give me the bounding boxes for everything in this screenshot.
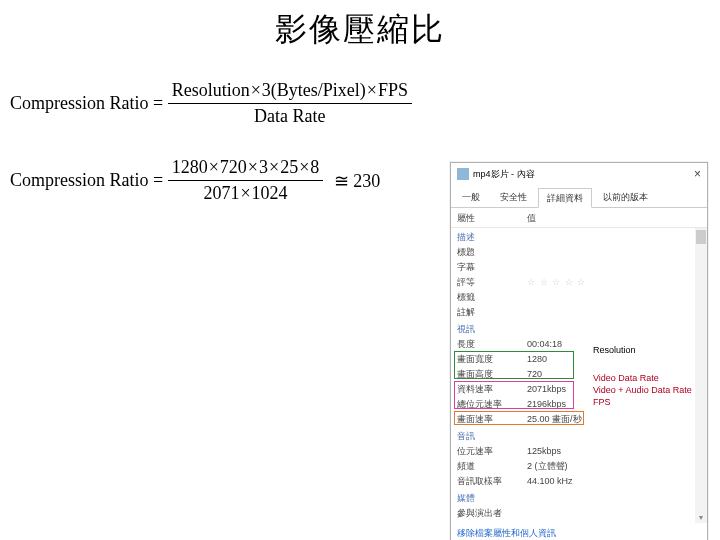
close-icon[interactable]: × [694, 167, 701, 181]
table-row: 頻道2 (立體聲) [451, 459, 707, 474]
row-frame-rate: 畫面速率25.00 畫面/秒 [451, 412, 707, 427]
table-row: 字幕 [451, 260, 707, 275]
scroll-thumb[interactable] [696, 230, 706, 244]
tab-previous-versions[interactable]: 以前的版本 [594, 187, 657, 207]
remove-properties-link[interactable]: 移除檔案屬性和個人資訊 [451, 523, 707, 540]
properties-dialog: mp4影片 - 內容 × 一般 安全性 詳細資料 以前的版本 屬性 值 ▴ ▾ … [450, 162, 708, 540]
tabs: 一般 安全性 詳細資料 以前的版本 [451, 185, 707, 208]
file-icon [457, 168, 469, 180]
formula2-result: ≅ 230 [334, 171, 381, 191]
tab-general[interactable]: 一般 [453, 187, 489, 207]
formula1-fraction: Resolution×3(Bytes/Pixel)×FPS Data Rate [168, 80, 412, 127]
section-video: 視訊 [451, 320, 707, 337]
row-frame-height: 畫面高度720 [451, 367, 707, 382]
table-row: 位元速率125kbps [451, 444, 707, 459]
row-total-bitrate: 總位元速率2196kbps [451, 397, 707, 412]
table-row: 音訊取樣率44.100 kHz [451, 474, 707, 489]
header-property: 屬性 [457, 212, 527, 225]
grid-header: 屬性 值 [451, 208, 707, 228]
formula2-fraction: 1280×720×3×25×8 2071×1024 [168, 157, 324, 204]
formula2-lhs: Compression Ratio = [10, 170, 168, 190]
dialog-title-text: mp4影片 - 內容 [473, 168, 535, 181]
tab-security[interactable]: 安全性 [491, 187, 536, 207]
annotation-resolution: Resolution [593, 345, 636, 355]
annotation-fps: FPS [593, 397, 611, 407]
table-row: 參與演出者 [451, 506, 707, 521]
table-row: 標籤 [451, 290, 707, 305]
tab-details[interactable]: 詳細資料 [538, 188, 592, 208]
formula-general: Compression Ratio = Resolution×3(Bytes/P… [10, 80, 720, 127]
row-frame-width: 畫面寬度1280 [451, 352, 707, 367]
header-value: 值 [527, 212, 536, 225]
annotation-video-data-rate: Video Data Rate [593, 373, 659, 383]
section-media: 媒體 [451, 489, 707, 506]
scroll-down-icon[interactable]: ▾ [695, 511, 707, 523]
table-row: 評等☆ ☆ ☆ ☆ ☆ [451, 275, 707, 290]
section-audio: 音訊 [451, 427, 707, 444]
section-description: 描述 [451, 228, 707, 245]
formula1-lhs: Compression Ratio = [10, 93, 168, 113]
table-row: 標題 [451, 245, 707, 260]
dialog-titlebar: mp4影片 - 內容 × [451, 163, 707, 185]
table-row: 長度00:04:18 [451, 337, 707, 352]
page-title: 影像壓縮比 [0, 8, 720, 52]
table-row: 註解 [451, 305, 707, 320]
annotation-video-audio-data-rate: Video + Audio Data Rate [593, 385, 692, 395]
grid-body: ▴ ▾ 描述 標題 字幕 評等☆ ☆ ☆ ☆ ☆ 標籤 註解 視訊 長度00:0… [451, 228, 707, 523]
